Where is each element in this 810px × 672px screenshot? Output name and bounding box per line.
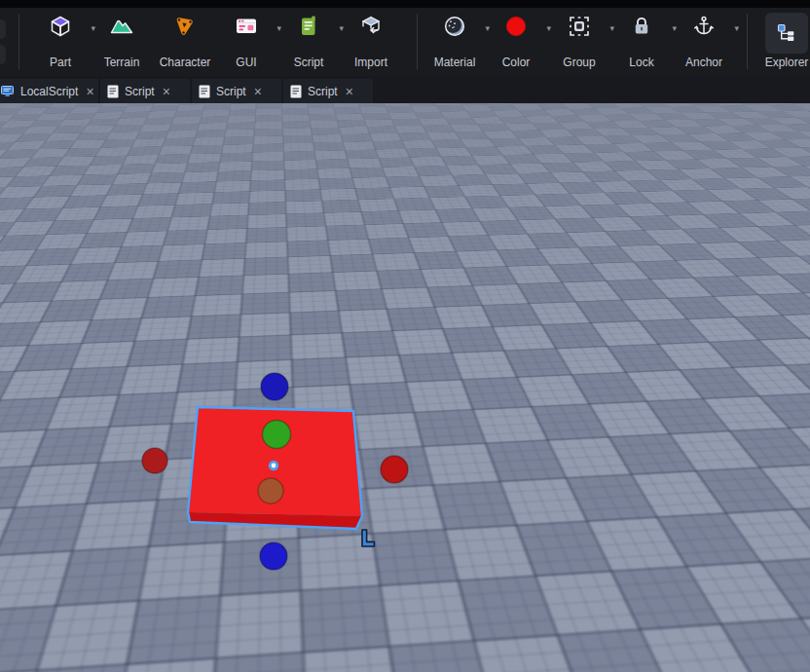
ribbon-toolbar: ▾ Part Terrain Character <box>0 8 810 76</box>
toolbar-button-part[interactable]: ▾ Part <box>33 12 88 74</box>
viewport-3d-scene <box>0 103 810 672</box>
toolbar-separator <box>417 14 418 69</box>
tab-localscript[interactable]: LocalScript × <box>0 79 98 103</box>
script-doc-icon <box>107 85 119 98</box>
toolbar-button-lock[interactable]: ▾ Lock <box>614 12 669 74</box>
move-handle-down[interactable] <box>258 478 283 504</box>
tab-label: LocalScript <box>20 85 78 98</box>
tab-script-3[interactable]: Script × <box>283 79 373 103</box>
material-sphere-icon <box>442 14 467 39</box>
studio-window: ▾ Part Terrain Character <box>0 0 810 672</box>
gui-window-icon <box>234 14 259 39</box>
toolbar-button-label: Part <box>33 56 88 69</box>
part-origin-dot <box>272 464 276 468</box>
toolbar-button-label: Terrain <box>94 56 149 69</box>
move-handle-left[interactable] <box>142 448 167 473</box>
toolbar-separator <box>18 14 19 69</box>
toolbar-button-terrain[interactable]: Terrain <box>94 12 149 74</box>
tab-label: Script <box>125 85 155 98</box>
localscript-icon <box>1 85 15 98</box>
lock-icon <box>629 14 654 39</box>
document-tab-bar: LocalScript × Script × Script × <box>0 76 810 103</box>
toolbar-button-label: Script <box>281 56 336 69</box>
toolbar-button-label: Explorer <box>759 56 810 69</box>
move-handle-front[interactable] <box>260 542 287 570</box>
toolbar-button-import[interactable]: Import <box>344 12 398 74</box>
toolbar-button-character[interactable]: Character <box>154 12 216 74</box>
toolbar-button-label: Anchor <box>677 56 731 69</box>
import-cube-icon <box>358 14 384 39</box>
close-icon[interactable]: × <box>84 85 93 98</box>
color-swatch-icon <box>503 14 529 39</box>
terrain-icon <box>109 14 134 39</box>
viewport-3d[interactable] <box>0 103 810 672</box>
quick-access-button[interactable] <box>0 19 6 39</box>
toolbar-button-label: GUI <box>219 56 274 69</box>
cursor-l-marker <box>362 530 374 546</box>
toolbar-separator <box>747 14 748 69</box>
character-icon <box>172 14 198 39</box>
move-handle-up[interactable] <box>263 421 291 449</box>
chevron-down-icon[interactable]: ▾ <box>546 24 551 33</box>
toolbar-button-explorer[interactable]: Explorer <box>759 12 810 74</box>
toolbar-button-label: Material <box>427 56 482 69</box>
toolbar-button-label: Group <box>552 56 607 69</box>
toolbar-button-material[interactable]: ▾ Material <box>427 12 482 74</box>
script-doc-icon <box>199 85 210 98</box>
toolbar-button-label: Character <box>154 56 216 69</box>
part-cube-icon <box>48 14 73 39</box>
move-handle-right[interactable] <box>381 456 408 483</box>
tab-label: Script <box>308 85 338 98</box>
toolbar-button-color[interactable]: ▾ Color <box>489 12 543 74</box>
explorer-tree-icon <box>765 13 808 54</box>
chevron-down-icon[interactable]: ▾ <box>734 24 739 33</box>
tab-script-2[interactable]: Script × <box>192 79 281 103</box>
tab-label: Script <box>216 85 246 98</box>
toolbar-button-anchor[interactable]: ▾ Anchor <box>677 12 731 74</box>
move-handle-back[interactable] <box>261 373 288 400</box>
quick-access-button[interactable] <box>0 45 6 64</box>
toolbar-button-script[interactable]: ▾ Script <box>281 12 336 74</box>
toolbar-button-label: Import <box>344 56 398 69</box>
script-icon <box>296 14 321 39</box>
group-selection-icon <box>567 14 592 39</box>
close-icon[interactable]: × <box>252 85 262 98</box>
toolbar-button-group[interactable]: ▾ Group <box>552 12 607 74</box>
window-top-strip <box>0 0 810 8</box>
anchor-icon <box>691 14 717 39</box>
toolbar-button-gui[interactable]: ▾ GUI <box>219 12 274 74</box>
toolbar-button-label: Color <box>489 56 543 69</box>
tab-script-1[interactable]: Script × <box>100 79 190 103</box>
toolbar-button-label: Lock <box>614 56 669 69</box>
script-doc-icon <box>290 85 302 98</box>
close-icon[interactable]: × <box>161 85 170 98</box>
close-icon[interactable]: × <box>344 85 353 98</box>
